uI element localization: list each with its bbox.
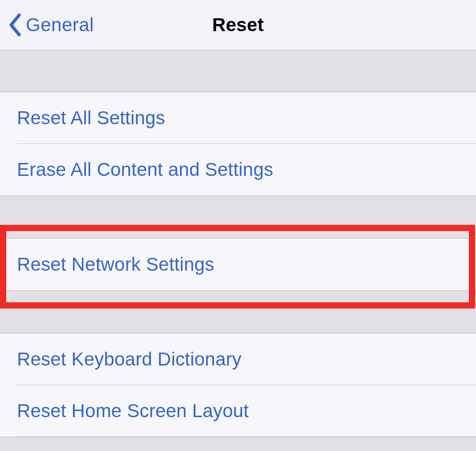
erase-all-content-item[interactable]: Erase All Content and Settings [0, 144, 476, 195]
chevron-left-icon [8, 13, 21, 37]
separator [17, 436, 476, 437]
reset-all-settings-item[interactable]: Reset All Settings [0, 92, 476, 144]
item-label: Erase All Content and Settings [17, 159, 273, 180]
settings-group-3: Reset Keyboard Dictionary Reset Home Scr… [0, 333, 476, 437]
highlighted-section: Reset Network Settings [0, 238, 476, 291]
content-area: Reset All Settings Erase All Content and… [0, 50, 476, 437]
reset-network-settings-item[interactable]: Reset Network Settings [0, 239, 476, 290]
page-title: Reset [212, 14, 264, 36]
back-button[interactable]: General [0, 13, 94, 37]
item-label: Reset Keyboard Dictionary [17, 349, 242, 370]
item-label: Reset Network Settings [17, 254, 214, 275]
back-label: General [26, 14, 94, 36]
settings-group-1: Reset All Settings Erase All Content and… [0, 92, 476, 196]
reset-home-screen-layout-item[interactable]: Reset Home Screen Layout [0, 385, 476, 437]
section-spacer [0, 196, 476, 238]
reset-keyboard-dictionary-item[interactable]: Reset Keyboard Dictionary [0, 333, 476, 385]
item-label: Reset All Settings [17, 107, 165, 129]
navigation-bar: General Reset [0, 0, 476, 50]
settings-group-2: Reset Network Settings [0, 238, 476, 291]
section-spacer [0, 291, 476, 333]
section-spacer [0, 50, 476, 92]
item-label: Reset Home Screen Layout [17, 400, 249, 422]
